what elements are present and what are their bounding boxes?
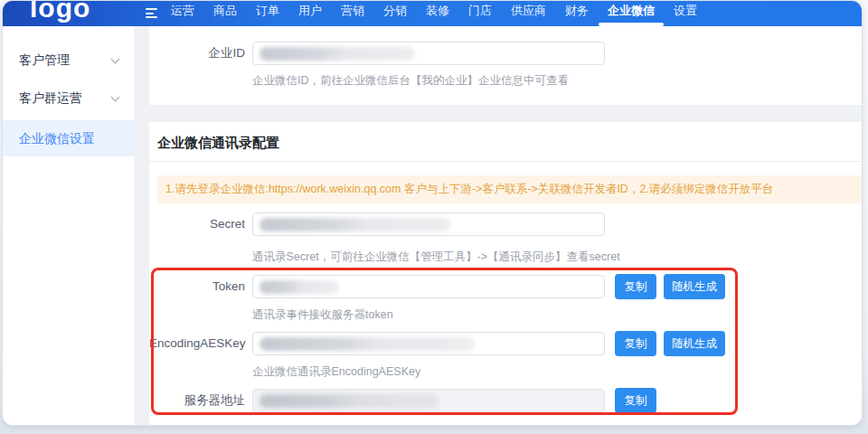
app-window: logo 运营 商品 订单 用户 营销 分销 装修 门店 供应商 财务 企业微信…	[2, 0, 863, 426]
sidebar-item-wecom-settings[interactable]: 企业微信设置	[3, 120, 134, 156]
redacted-value	[259, 337, 475, 351]
aes-key-label: EncodingAESKey	[149, 332, 245, 355]
divider	[149, 161, 862, 162]
redacted-value	[259, 280, 339, 294]
secret-input[interactable]	[252, 212, 605, 236]
nav-item-goods[interactable]: 商品	[213, 4, 237, 18]
nav-item-orders[interactable]: 订单	[256, 4, 279, 18]
nav-item-settings[interactable]: 设置	[674, 4, 697, 18]
sidebar-item-label: 企业微信设置	[19, 131, 95, 146]
nav-item-wecom[interactable]: 企业微信	[608, 4, 655, 18]
sidebar: 客户管理 客户群运营 企业微信设置	[3, 26, 134, 425]
redacted-value	[259, 218, 451, 231]
nav-item-marketing[interactable]: 营销	[341, 4, 364, 18]
aes-key-helper: 企业微信通讯录EncodingAESKey	[252, 364, 420, 380]
token-label: Token	[149, 275, 245, 298]
main-content: 企业ID 企业微信ID，前往企业微信后台【我的企业】企业信息中可查看 企业微信通…	[149, 26, 862, 425]
corp-id-input[interactable]	[252, 42, 605, 65]
menu-collapse-icon[interactable]	[146, 8, 158, 19]
nav-item-stores[interactable]: 门店	[468, 4, 492, 18]
contacts-config-section: 企业微信通讯录配置 1.请先登录企业微信:https://work.weixin…	[149, 122, 862, 425]
server-address-copy-button[interactable]: 复制	[615, 388, 656, 413]
nav-item-operation[interactable]: 运营	[171, 4, 194, 18]
token-random-generate-button[interactable]: 随机生成	[664, 274, 725, 299]
sidebar-item-customer-group-operation[interactable]: 客户群运营	[3, 79, 134, 117]
aes-key-copy-button[interactable]: 复制	[615, 331, 656, 356]
token-helper: 通讯录事件接收服务器token	[252, 307, 393, 323]
warning-banner: 1.请先登录企业微信:https://work.weixin.qq.com 客户…	[157, 175, 862, 203]
corp-id-label: 企业ID	[149, 42, 245, 65]
section-title: 企业微信通讯录配置	[157, 135, 279, 152]
nav-item-users[interactable]: 用户	[298, 4, 322, 18]
chevron-down-icon	[111, 55, 120, 64]
sidebar-item-customer-management[interactable]: 客户管理	[3, 41, 134, 79]
redacted-value	[259, 394, 439, 408]
chevron-down-icon	[111, 93, 120, 102]
sidebar-item-label: 客户群运营	[19, 90, 82, 105]
top-menu: 运营 商品 订单 用户 营销 分销 装修 门店 供应商 财务 企业微信 设置	[171, 4, 697, 18]
redacted-value	[259, 47, 415, 61]
nav-item-decoration[interactable]: 装修	[426, 4, 449, 18]
sidebar-item-label: 客户管理	[19, 52, 70, 67]
corp-id-helper: 企业微信ID，前往企业微信后台【我的企业】企业信息中可查看	[252, 73, 569, 89]
server-address-label: 服务器地址	[149, 389, 245, 412]
nav-item-suppliers[interactable]: 供应商	[511, 4, 546, 18]
nav-item-finance[interactable]: 财务	[565, 4, 589, 18]
token-input[interactable]	[252, 275, 605, 298]
token-copy-button[interactable]: 复制	[615, 274, 656, 299]
server-address-input	[252, 389, 605, 412]
aes-key-input[interactable]	[252, 332, 605, 355]
aes-key-random-generate-button[interactable]: 随机生成	[664, 331, 725, 356]
secret-helper: 通讯录Secret，可前往企业微信【管理工具】->【通讯录同步】查看secret	[252, 250, 620, 265]
top-navbar: logo 运营 商品 订单 用户 营销 分销 装修 门店 供应商 财务 企业微信…	[3, 1, 862, 26]
logo: logo	[30, 0, 90, 24]
secret-label: Secret	[149, 212, 245, 236]
corp-id-section: 企业ID 企业微信ID，前往企业微信后台【我的企业】企业信息中可查看	[149, 26, 862, 105]
nav-item-distribution[interactable]: 分销	[383, 4, 407, 18]
